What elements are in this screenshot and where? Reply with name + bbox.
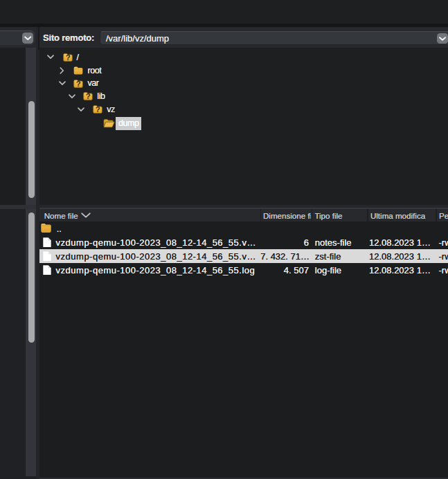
svg-text:?: ? xyxy=(86,93,91,101)
svg-text:?: ? xyxy=(66,53,71,62)
svg-text:?: ? xyxy=(96,105,100,114)
svg-text:?: ? xyxy=(76,80,81,88)
